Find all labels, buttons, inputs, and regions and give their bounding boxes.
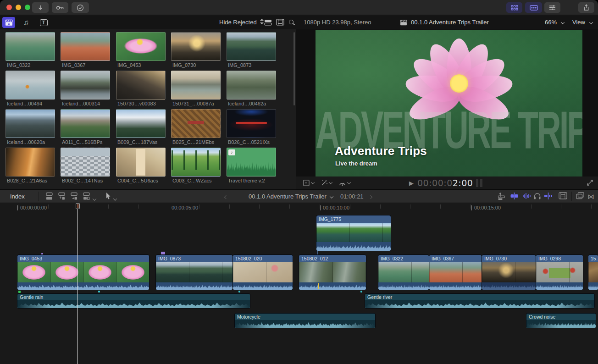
clip-thumbnail[interactable] <box>61 148 110 176</box>
play-button[interactable]: ▶ <box>409 180 414 187</box>
clip-appearance-button[interactable] <box>559 192 567 201</box>
next-project-button[interactable] <box>369 193 372 200</box>
retime-menu-button[interactable] <box>338 180 350 187</box>
timeline-video-clip[interactable]: IMG_0873 <box>156 255 233 290</box>
clip-thumbnail[interactable] <box>6 32 55 61</box>
timeline-video-clip[interactable]: 150802_020 <box>233 255 293 290</box>
connect-edit-button[interactable] <box>45 192 54 202</box>
tool-select-button[interactable] <box>105 192 111 202</box>
timeline-video-clip[interactable]: 150802_012 <box>299 255 366 290</box>
clip-thumbnail[interactable] <box>171 71 221 99</box>
search-button[interactable] <box>288 19 295 28</box>
browser-clip[interactable]: Iceland…00462a <box>227 71 276 106</box>
playhead-handle[interactable] <box>76 203 80 209</box>
timeline-video-clip[interactable]: IMG_0298 <box>536 255 583 290</box>
transitions-browser-button[interactable]: ⋈ <box>587 193 594 201</box>
zoom-button[interactable] <box>25 5 30 10</box>
timeline-project-popup[interactable]: 00.1.0 Adventure Trips Trailer <box>249 193 333 200</box>
solo-toggle[interactable] <box>533 192 541 202</box>
playhead[interactable] <box>78 203 78 364</box>
show-inspector-button[interactable] <box>544 2 560 13</box>
filter-popup[interactable]: Hide Rejected <box>219 19 264 26</box>
clip-thumbnail[interactable] <box>227 109 276 138</box>
browser-clip[interactable]: Iceland…000314 <box>61 71 110 106</box>
browser-clip[interactable]: IMG_0730 <box>171 32 221 68</box>
clip-thumbnail[interactable] <box>116 32 166 61</box>
sidebar-tab-titles-generators[interactable]: T <box>37 17 50 28</box>
minimize-button[interactable] <box>16 5 21 10</box>
browser-scrollbar[interactable] <box>293 32 295 105</box>
clip-thumbnail[interactable] <box>227 32 276 61</box>
timeline-video-clip[interactable]: IMG_0322 <box>378 255 429 290</box>
clip-height-button[interactable] <box>264 19 272 28</box>
browser-clip[interactable]: Iceland…00620a <box>6 109 55 145</box>
browser-clip[interactable]: B009_C…187Vas <box>116 109 166 145</box>
background-tasks-button[interactable] <box>72 2 89 13</box>
browser-clip[interactable]: IMG_0367 <box>61 32 110 68</box>
timeline-video-clip[interactable]: IMG_0367 <box>429 255 482 290</box>
timeline-audio-clip[interactable]: Motorcycle <box>235 314 375 328</box>
clip-thumbnail[interactable] <box>61 71 110 99</box>
timeline-video-clip[interactable]: IMG_0730 <box>482 255 536 290</box>
snapping-toggle[interactable] <box>544 192 553 202</box>
append-edit-button[interactable] <box>70 192 78 202</box>
timeline-audio-clip[interactable]: Gentle river <box>365 294 594 308</box>
browser-clip[interactable]: B026_C…0521IXs <box>227 109 276 145</box>
import-media-button[interactable] <box>32 2 49 13</box>
timeline-audio-clip[interactable]: Gentle rain <box>17 294 250 308</box>
view-popup[interactable]: View <box>572 19 592 26</box>
clip-thumbnail[interactable] <box>116 71 166 99</box>
browser-clip[interactable]: 150730…v00083 <box>116 71 166 106</box>
clip-thumbnail[interactable] <box>171 148 221 176</box>
show-browser-button[interactable] <box>506 2 522 13</box>
browser-clip[interactable]: B025_C…21MEbs <box>171 109 221 145</box>
video-frame[interactable]: ADVENTURE TRIPS Adventure Trips Live the… <box>316 30 582 176</box>
browser-clip[interactable]: IMG_0322 <box>6 32 55 68</box>
audio-skimming-toggle[interactable] <box>522 192 531 202</box>
clip-thumbnail[interactable] <box>61 109 110 138</box>
clip-thumbnail[interactable] <box>61 32 110 61</box>
browser-clip[interactable]: ♪ Travel theme v.2 <box>227 148 276 183</box>
share-button[interactable] <box>578 2 594 13</box>
viewer-zoom-popup[interactable]: 66% <box>545 19 564 26</box>
browser-clip[interactable]: C003_C…WZacs <box>171 148 221 183</box>
browser-view-button[interactable] <box>276 19 284 28</box>
clip-thumbnail[interactable] <box>171 109 221 138</box>
audio-clip-thumbnail[interactable]: ♪ <box>227 148 276 176</box>
timeline-audio-clip[interactable]: Crowd noise <box>526 314 596 328</box>
keyword-editor-button[interactable] <box>52 2 68 13</box>
browser-clip[interactable]: IMG_0873 <box>227 32 276 68</box>
browser-clip[interactable]: B028_C…21A6as <box>6 148 55 183</box>
browser-clip[interactable]: Iceland…00494 <box>6 71 55 106</box>
clip-thumbnail[interactable] <box>6 148 55 176</box>
browser-clip[interactable]: C004_C…5U6acs <box>116 148 166 183</box>
timeline-ruler[interactable]: 00:00:00:00 00:00:05:00 00:00:10:00 00:0… <box>0 203 598 212</box>
clip-thumbnail[interactable] <box>116 148 166 176</box>
browser-clip[interactable]: 150731_…00087a <box>171 71 221 106</box>
sidebar-tab-photos-audio[interactable]: ♫ <box>20 17 33 28</box>
clip-thumbnail[interactable] <box>6 71 55 99</box>
browser-clip[interactable]: B002_C…14TNas <box>61 148 110 183</box>
sidebar-tab-libraries[interactable] <box>2 17 15 28</box>
clip-thumbnail[interactable] <box>6 109 55 138</box>
browser-clip[interactable]: IMG_0453 <box>116 32 166 68</box>
timeline-video-clip[interactable]: 15… <box>588 255 598 290</box>
skimming-toggle[interactable] <box>510 192 519 202</box>
browser-clip[interactable]: A011_C…516BPs <box>61 109 110 145</box>
insert-edit-button[interactable] <box>57 192 66 202</box>
close-button[interactable] <box>6 5 12 10</box>
clip-thumbnail[interactable] <box>116 109 166 138</box>
transform-menu-button[interactable] <box>303 179 314 187</box>
connected-clip[interactable]: IMG_1775 <box>316 215 391 251</box>
effects-menu-button[interactable] <box>321 179 332 187</box>
previous-project-button[interactable] <box>225 193 227 200</box>
fullscreen-button[interactable] <box>587 179 593 188</box>
trim-tool-button[interactable] <box>498 192 505 202</box>
clip-thumbnail[interactable] <box>171 32 221 61</box>
index-button[interactable]: Index <box>10 193 25 200</box>
effects-browser-button[interactable] <box>576 192 584 201</box>
timeline-video-clip[interactable]: IMG_0453 <box>17 255 149 290</box>
show-timeline-button[interactable] <box>525 2 542 13</box>
overwrite-edit-button[interactable] <box>82 192 91 202</box>
clip-thumbnail[interactable] <box>227 71 276 99</box>
